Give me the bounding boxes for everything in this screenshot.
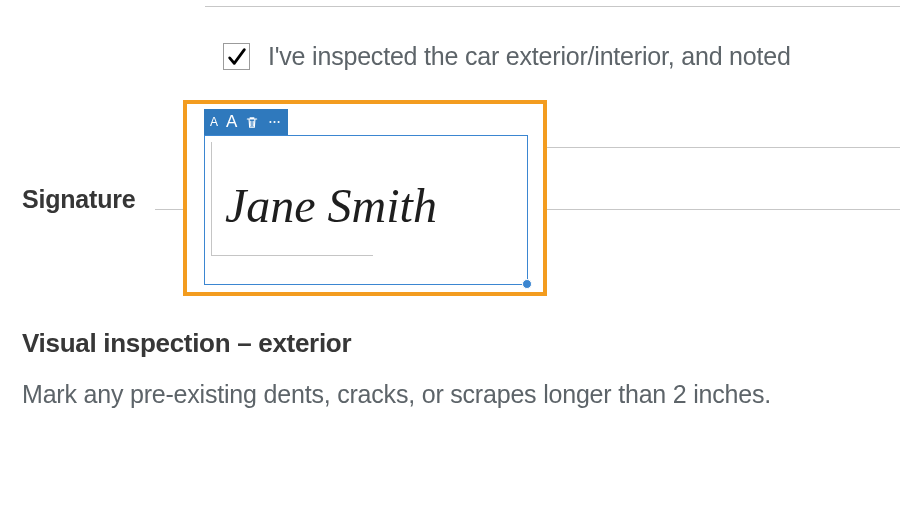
delete-button[interactable] [245, 115, 259, 130]
font-size-decrease-button[interactable]: A [210, 115, 218, 129]
trash-icon [245, 115, 259, 130]
font-size-increase-button[interactable]: A [226, 112, 237, 132]
resize-handle-se[interactable] [522, 279, 532, 289]
more-horizontal-icon [267, 115, 282, 129]
signature-baseline-right [547, 209, 900, 210]
svg-point-1 [274, 121, 276, 123]
signature-topline-right [547, 147, 900, 148]
section-title-visual-inspection: Visual inspection – exterior [22, 328, 351, 359]
more-options-button[interactable] [267, 115, 282, 129]
signature-baseline-left [155, 209, 183, 210]
inspected-checkbox[interactable] [223, 43, 250, 70]
svg-point-0 [270, 121, 272, 123]
inspected-checkbox-row: I've inspected the car exterior/interior… [223, 42, 791, 71]
section-body-visual-inspection: Mark any pre-existing dents, cracks, or … [22, 380, 771, 409]
signature-value: Jane Smith [225, 182, 525, 230]
inspected-checkbox-label: I've inspected the car exterior/interior… [268, 42, 791, 71]
checkmark-icon [226, 46, 248, 68]
signature-field-label: Signature [22, 185, 136, 214]
svg-point-2 [278, 121, 280, 123]
signature-toolbar: A A [204, 109, 288, 135]
signature-widget-highlight: A A Jane Smith [183, 100, 547, 296]
text-input-underline-top [205, 6, 900, 7]
signature-selection-box[interactable]: Jane Smith [204, 135, 528, 285]
